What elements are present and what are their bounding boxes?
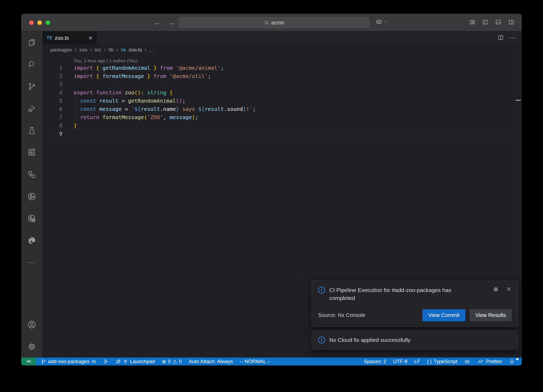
activity-bar <box>21 31 42 358</box>
notifications-bell-item[interactable] <box>506 358 518 365</box>
tab-zoo-ts[interactable]: TS zoo.ts × <box>42 31 97 45</box>
breadcrumb-item[interactable]: lib <box>108 47 113 53</box>
debug-icon <box>28 104 36 113</box>
customize-layout-button[interactable] <box>469 19 475 25</box>
minimize-window-button[interactable] <box>37 20 42 25</box>
formatter-item[interactable]: ✓✓ Prettier <box>474 358 506 365</box>
vim-mode-item[interactable]: -- NORMAL -- <box>236 358 274 365</box>
breadcrumb-item[interactable]: packages <box>50 47 72 53</box>
status-bar: >< add-zoo-packages Launchpad ⊗ 0 ⚠ 0 Au <box>21 358 522 365</box>
search-value: acme <box>271 20 284 26</box>
copilot-status-item[interactable] <box>461 358 474 365</box>
branch-icon <box>41 359 46 364</box>
code-line[interactable]: 5 const result = getRandomAnimal(); <box>42 97 522 105</box>
braces-icon: { } <box>427 359 432 364</box>
source-control-graph-item[interactable] <box>100 358 112 365</box>
line-number: 4 <box>42 89 62 96</box>
code-line[interactable]: 2import { formatMessage } from '@acme/ut… <box>42 72 522 80</box>
sidebar-item-testing[interactable] <box>21 119 42 141</box>
code-line[interactable]: 9 <box>42 129 522 138</box>
sidebar-item-remote-explorer[interactable] <box>21 163 42 185</box>
line-number: 8 <box>42 122 62 129</box>
code-line[interactable]: 8} <box>42 121 522 129</box>
typescript-file-icon: TS <box>47 36 52 40</box>
sidebar-item-search[interactable] <box>21 53 42 75</box>
breadcrumb-item[interactable]: zoo.ts <box>129 47 142 53</box>
bell-icon <box>509 359 515 364</box>
sidebar-item-edge-browser[interactable] <box>21 229 42 251</box>
auto-attach-item[interactable]: Auto Attach: Always <box>185 358 237 365</box>
copilot-icon <box>464 359 470 364</box>
info-icon: i <box>318 337 325 343</box>
notification-toast: i Nx Cloud fix applied successfully <box>312 330 518 350</box>
remote-indicator[interactable]: >< <box>21 358 36 365</box>
plug-icon <box>123 359 128 364</box>
view-commit-button[interactable]: View Commit <box>422 309 465 321</box>
copilot-icon <box>375 18 383 25</box>
notification-close-button[interactable] <box>506 286 512 293</box>
chevron-right-icon: › <box>145 46 147 53</box>
sidebar-item-source-control[interactable] <box>21 75 42 97</box>
command-center-search[interactable]: acme <box>179 17 369 28</box>
settings-button[interactable] <box>21 336 42 358</box>
code-line[interactable]: 6 const message = `${result.name} says $… <box>42 105 522 113</box>
nx-cloud-icon <box>27 214 36 223</box>
indentation-item[interactable]: Spaces: 2 <box>360 358 390 365</box>
zoom-window-button[interactable] <box>46 20 50 25</box>
sidebar-item-nx-console[interactable] <box>21 185 42 207</box>
code-line[interactable]: 7 return formatMessage('ZOO', message); <box>42 113 522 121</box>
notification-settings-button[interactable] <box>493 286 499 294</box>
flask-icon <box>28 126 36 135</box>
tab-bar: TS zoo.ts × ⋯ <box>42 31 522 45</box>
sidebar-item-run-debug[interactable] <box>21 97 42 119</box>
code-line[interactable]: 3 <box>42 80 522 88</box>
source-control-icon <box>28 82 36 91</box>
warning-icon: ⚠ <box>173 359 177 365</box>
split-editor-button[interactable] <box>498 34 504 42</box>
overview-ruler-marker <box>516 100 521 101</box>
sidebar-item-extensions[interactable] <box>21 141 42 163</box>
notification-message: Nx Cloud fix applied successfully <box>329 336 410 344</box>
close-tab-button[interactable]: × <box>89 34 93 41</box>
line-number: 5 <box>42 98 62 104</box>
sidebar-item-explorer[interactable] <box>21 31 42 53</box>
line-number: 6 <box>42 106 62 112</box>
sidebar-item-nx-cloud[interactable] <box>21 207 42 229</box>
breadcrumb-item[interactable]: zoo <box>79 47 87 53</box>
line-number: 1 <box>42 65 62 71</box>
branch-icon <box>103 359 109 364</box>
sidebar-item-more[interactable] <box>21 251 42 273</box>
breadcrumb-item[interactable]: src <box>95 47 101 53</box>
navigate-forward-button[interactable]: → <box>169 19 176 27</box>
git-branch-item[interactable]: add-zoo-packages <box>37 358 100 365</box>
code-line[interactable]: 4export function zoo(): string { <box>42 88 522 97</box>
eol-item[interactable]: LF <box>411 358 423 365</box>
title-bar: ← → acme <box>21 14 522 31</box>
line-number: 3 <box>42 81 62 88</box>
search-icon <box>264 20 269 25</box>
code-text: import { formatMessage } from '@acme/uti… <box>62 73 211 79</box>
problems-item[interactable]: ⊗ 0 ⚠ 0 <box>158 358 185 365</box>
line-number: 9 <box>42 130 62 137</box>
view-results-button[interactable]: View Results <box>470 309 512 321</box>
error-icon: ⊗ <box>162 359 166 365</box>
extensions-icon <box>28 148 36 157</box>
breadcrumb-more[interactable]: … <box>149 47 154 53</box>
copilot-menu-button[interactable] <box>375 18 387 25</box>
code-text: import { getRandomAnimal } from '@acme/a… <box>62 65 224 71</box>
toggle-panel-button[interactable] <box>495 19 501 25</box>
chevron-right-icon: › <box>104 46 106 53</box>
navigate-back-button[interactable]: ← <box>154 19 161 27</box>
close-window-button[interactable] <box>29 20 34 25</box>
account-button[interactable] <box>21 313 42 336</box>
chevron-down-icon <box>384 20 387 24</box>
encoding-item[interactable]: UTF-8 <box>389 358 411 365</box>
launchpad-item[interactable]: Launchpad <box>112 358 158 365</box>
remote-explorer-icon <box>28 170 36 179</box>
toggle-primary-sidebar-button[interactable] <box>482 19 488 25</box>
indent-guide <box>75 97 76 121</box>
publish-cloud-icon <box>91 359 97 364</box>
language-mode-item[interactable]: { } TypeScript <box>423 358 461 365</box>
toggle-secondary-sidebar-button[interactable] <box>508 19 514 25</box>
code-line[interactable]: 1import { getRandomAnimal } from '@acme/… <box>42 64 522 72</box>
